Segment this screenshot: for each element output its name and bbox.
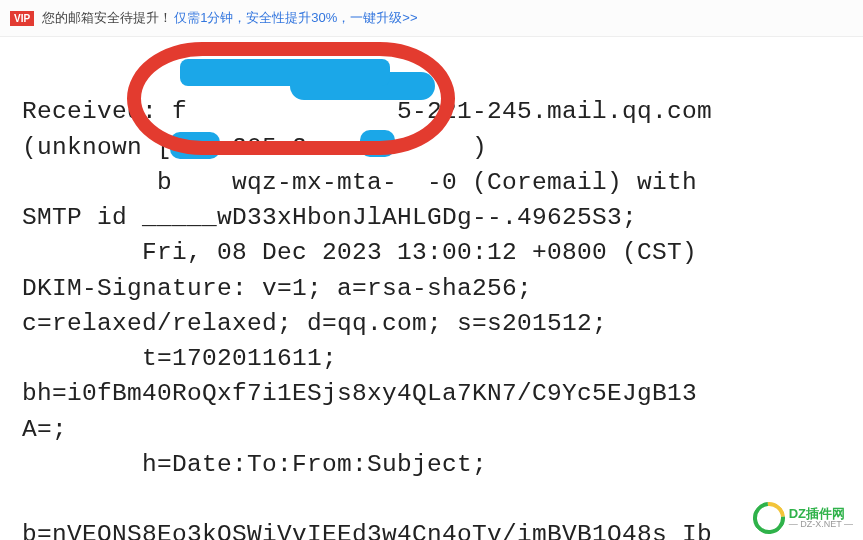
header-line: h=Date:To:From:Subject; [22, 451, 487, 478]
watermark-subtext: — DZ-X.NET — [789, 520, 853, 529]
banner-text-link[interactable]: 仅需1分钟，安全性提升30%，一键升级>> [174, 9, 417, 27]
header-line: t=1702011611; [22, 345, 337, 372]
email-raw-headers: Received: f 5-221-245.mail.qq.com (unkno… [0, 37, 863, 540]
banner-text-lead: 您的邮箱安全待提升！ [42, 9, 172, 27]
vip-badge: VIP [10, 11, 34, 26]
header-line: bh=i0fBm40RoQxf7i1ESjs8xy4QLa7KN7/C9Yc5E… [22, 380, 697, 407]
highlight-circle-annotation [127, 42, 455, 155]
header-line: c=relaxed/relaxed; d=qq.com; s=s201512; [22, 310, 607, 337]
watermark-logo-icon [746, 495, 791, 540]
watermark: DZ插件网 — DZ-X.NET — [753, 502, 853, 534]
header-line: b=nVEONS8Eo3kOSWiVvIEEd3w4Cn4oTv/imBVB1O… [22, 521, 712, 540]
security-banner[interactable]: VIP 您的邮箱安全待提升！ 仅需1分钟，安全性提升30%，一键升级>> [0, 0, 863, 37]
header-line: DKIM-Signature: v=1; a=rsa-sha256; [22, 275, 532, 302]
header-line: A=; [22, 416, 67, 443]
header-line: SMTP id _____wD33xHbonJlAHLGDg--.49625S3… [22, 204, 637, 231]
header-line: Fri, 08 Dec 2023 13:00:12 +0800 (CST) [22, 239, 697, 266]
header-line: b wqz-mx-mta- -0 (Coremail) with [22, 169, 697, 196]
